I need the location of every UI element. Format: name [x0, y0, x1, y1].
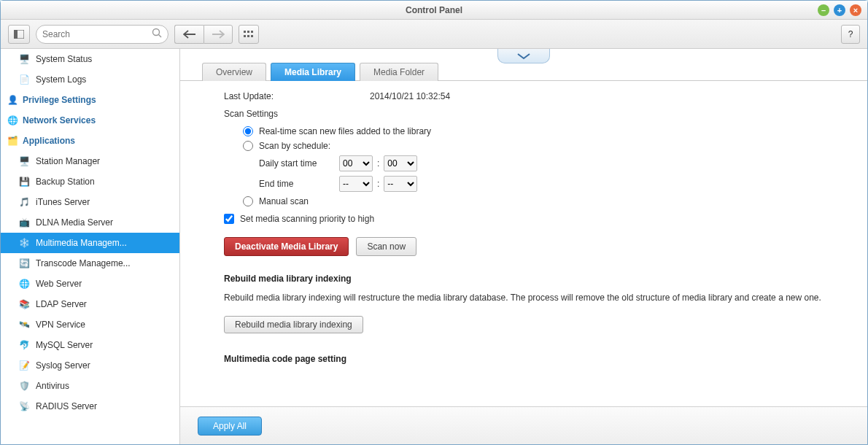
- main-panel: Overview Media Library Media Folder Last…: [180, 49, 867, 444]
- antivirus-icon: 🛡️: [18, 380, 30, 392]
- svg-rect-1: [14, 30, 18, 39]
- vpn-icon: 🛰️: [18, 319, 30, 330]
- last-update-row: Last Update: 2014/10/21 10:32:54: [224, 91, 838, 101]
- content-scroll[interactable]: Last Update: 2014/10/21 10:32:54 Scan Se…: [180, 81, 867, 406]
- tab-label: Overview: [216, 67, 252, 77]
- dropdown-handle[interactable]: [497, 49, 550, 63]
- window-controls: – + ×: [818, 4, 861, 16]
- monitor-icon: 🖥️: [18, 53, 30, 65]
- radio-schedule[interactable]: [243, 141, 253, 151]
- sidebar-toggle-button[interactable]: [8, 25, 30, 44]
- search-icon: [152, 28, 162, 40]
- sidebar-item-multimedia-management[interactable]: ❄️Multimedia Managem...: [1, 233, 179, 253]
- sidebar-item-itunes[interactable]: 🎵iTunes Server: [1, 192, 179, 212]
- tab-overview[interactable]: Overview: [202, 63, 266, 81]
- button-label: Scan now: [367, 241, 406, 252]
- sidebar-item-label: RADIUS Server: [36, 401, 97, 411]
- sidebar-item-label: Antivirus: [36, 381, 69, 391]
- minimize-button[interactable]: –: [818, 4, 829, 16]
- sidebar-item-label: Backup Station: [36, 177, 95, 187]
- sidebar-item-vpn[interactable]: 🛰️VPN Service: [1, 314, 179, 335]
- sidebar-item-system-logs[interactable]: 📄System Logs: [1, 69, 179, 90]
- help-button[interactable]: ?: [841, 25, 860, 44]
- back-button[interactable]: [174, 25, 204, 44]
- sidebar-item-ldap[interactable]: 📚LDAP Server: [1, 294, 179, 314]
- time-colon: :: [377, 179, 379, 189]
- sidebar-item-mysql[interactable]: 🐬MySQL Server: [1, 335, 179, 355]
- checkbox-label: Set media scanning priority to high: [240, 214, 374, 224]
- sidebar-item-system-status[interactable]: 🖥️System Status: [1, 49, 179, 69]
- sidebar-item-label: System Logs: [36, 74, 86, 85]
- close-button[interactable]: ×: [850, 4, 861, 16]
- end-time-hour[interactable]: --: [339, 176, 373, 192]
- sidebar-item-label: DLNA Media Server: [36, 217, 113, 228]
- sidebar-item-label: LDAP Server: [36, 299, 87, 309]
- sidebar-item-dlna[interactable]: 📺DLNA Media Server: [1, 212, 179, 233]
- sidebar-item-syslog[interactable]: 📝Syslog Server: [1, 355, 179, 376]
- search-field[interactable]: [36, 25, 168, 44]
- codepage-heading: Multimedia code page setting: [224, 354, 838, 364]
- last-update-label: Last Update:: [224, 91, 370, 101]
- footer: Apply All: [180, 406, 867, 444]
- checkbox-priority[interactable]: [224, 214, 234, 224]
- apps-button[interactable]: [239, 25, 259, 44]
- end-time-min[interactable]: --: [384, 176, 417, 192]
- daily-start-min[interactable]: 00: [384, 155, 417, 171]
- sidebar-item-web-server[interactable]: 🌐Web Server: [1, 274, 179, 294]
- tab-label: Media Folder: [373, 67, 425, 77]
- multimedia-icon: ❄️: [18, 237, 30, 249]
- sidebar-group-privilege[interactable]: 👤Privilege Settings: [1, 90, 179, 110]
- scan-now-button[interactable]: Scan now: [356, 237, 416, 256]
- radio-realtime[interactable]: [243, 126, 253, 136]
- radio-label: Scan by schedule:: [259, 141, 330, 151]
- sidebar-item-transcode[interactable]: 🔄Transcode Manageme...: [1, 253, 179, 274]
- search-input[interactable]: [42, 29, 152, 39]
- radio-label: Real-time scan new files added to the li…: [259, 126, 431, 136]
- option-manual[interactable]: Manual scan: [243, 196, 838, 206]
- arrow-left-icon: [183, 30, 196, 39]
- toolbar: ?: [1, 20, 867, 49]
- end-time-label: End time: [259, 179, 335, 189]
- priority-row[interactable]: Set media scanning priority to high: [224, 214, 838, 224]
- nav-buttons: [174, 25, 233, 44]
- tab-media-library[interactable]: Media Library: [271, 63, 355, 81]
- sidebar-item-backup-station[interactable]: 💾Backup Station: [1, 171, 179, 192]
- sidebar-group-label: Applications: [23, 136, 75, 146]
- scan-settings-label: Scan Settings: [224, 109, 838, 119]
- rebuild-button[interactable]: Rebuild media library indexing: [224, 316, 363, 333]
- sidebar-item-antivirus[interactable]: 🛡️Antivirus: [1, 376, 179, 396]
- log-icon: 📄: [18, 74, 30, 85]
- tab-media-folder[interactable]: Media Folder: [360, 63, 438, 81]
- svg-rect-4: [244, 31, 246, 33]
- ldap-icon: 📚: [18, 298, 30, 310]
- sidebar-group-applications[interactable]: 🗂️Applications: [1, 131, 179, 151]
- titlebar: Control Panel – + ×: [1, 1, 867, 20]
- deactivate-button[interactable]: Deactivate Media Library: [224, 237, 349, 256]
- button-label: Deactivate Media Library: [235, 241, 338, 252]
- apply-all-button[interactable]: Apply All: [198, 417, 262, 436]
- forward-button[interactable]: [204, 25, 233, 44]
- chevron-down-icon: [516, 53, 531, 60]
- sidebar-item-label: iTunes Server: [36, 197, 90, 207]
- option-realtime[interactable]: Real-time scan new files added to the li…: [243, 126, 838, 136]
- daily-start-hour[interactable]: 00: [339, 155, 373, 171]
- radio-label: Manual scan: [259, 196, 309, 206]
- radio-manual[interactable]: [243, 196, 253, 206]
- transcode-icon: 🔄: [18, 258, 30, 269]
- sidebar-item-station-manager[interactable]: 🖥️Station Manager: [1, 151, 179, 171]
- svg-rect-6: [251, 31, 253, 33]
- sidebar-scroll[interactable]: 🖥️System Status 📄System Logs 👤Privilege …: [1, 49, 179, 444]
- option-schedule[interactable]: Scan by schedule:: [243, 141, 838, 151]
- svg-rect-5: [247, 31, 249, 33]
- sidebar-group-network[interactable]: 🌐Network Services: [1, 110, 179, 131]
- sidebar: 🖥️System Status 📄System Logs 👤Privilege …: [1, 49, 180, 444]
- button-label: Rebuild media library indexing: [235, 320, 352, 330]
- svg-rect-9: [251, 35, 253, 37]
- daily-start-row: Daily start time 00 : 00: [259, 155, 838, 171]
- backup-icon: 💾: [18, 176, 30, 187]
- maximize-button[interactable]: +: [834, 4, 845, 16]
- arrow-right-icon: [212, 30, 225, 39]
- sidebar-item-radius[interactable]: 📡RADIUS Server: [1, 396, 179, 417]
- sidebar-item-label: MySQL Server: [36, 340, 93, 350]
- sidebar-group-label: Network Services: [23, 115, 96, 125]
